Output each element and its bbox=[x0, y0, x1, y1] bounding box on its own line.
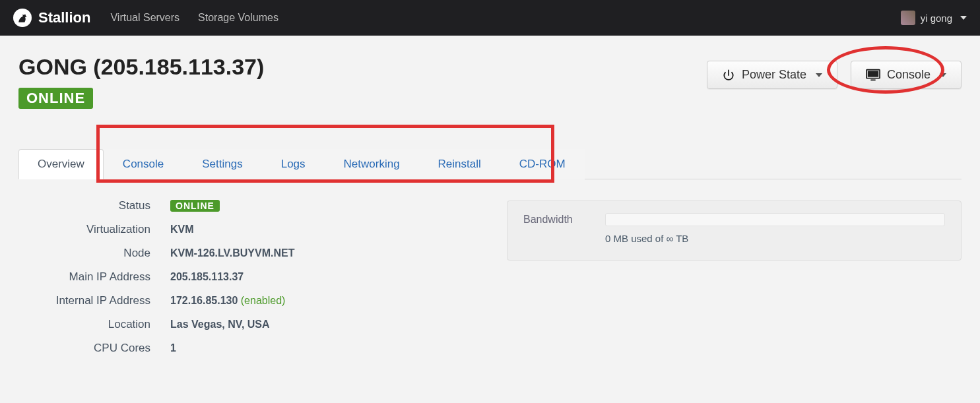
power-state-label: Power State bbox=[742, 68, 806, 82]
bandwidth-panel: Bandwidth 0 MB used of ∞ TB bbox=[507, 201, 962, 261]
detail-label-location: Location bbox=[18, 318, 150, 331]
page-title: GONG (205.185.113.37) bbox=[18, 54, 264, 80]
brand-name: Stallion bbox=[38, 9, 90, 26]
detail-value-internal-ip: 172.16.85.130 (enabled) bbox=[170, 295, 285, 307]
svg-rect-2 bbox=[870, 79, 875, 80]
bandwidth-bar bbox=[605, 213, 945, 226]
page: GONG (205.185.113.37) ONLINE Power State… bbox=[0, 36, 980, 387]
internal-ip-value: 172.16.85.130 bbox=[170, 295, 238, 306]
chevron-down-icon bbox=[816, 73, 822, 77]
monitor-icon bbox=[866, 69, 880, 82]
avatar bbox=[901, 11, 915, 25]
header-buttons: Power State Console bbox=[707, 61, 962, 89]
bandwidth-usage-text: 0 MB used of ∞ TB bbox=[605, 233, 945, 244]
navbar: Stallion Virtual Servers Storage Volumes… bbox=[0, 0, 980, 36]
brand[interactable]: Stallion bbox=[13, 9, 90, 27]
tabs: Overview Console Settings Logs Networkin… bbox=[18, 148, 962, 179]
horse-icon bbox=[13, 9, 32, 27]
chevron-down-icon bbox=[940, 73, 946, 77]
tab-reinstall[interactable]: Reinstall bbox=[419, 149, 500, 179]
nav-storage-volumes[interactable]: Storage Volumes bbox=[198, 12, 278, 24]
detail-value-main-ip: 205.185.113.37 bbox=[170, 271, 244, 283]
nav-virtual-servers[interactable]: Virtual Servers bbox=[110, 12, 180, 24]
detail-value-node: KVM-126.LV.BUYVM.NET bbox=[170, 247, 294, 259]
console-label: Console bbox=[887, 68, 931, 82]
detail-label-node: Node bbox=[18, 247, 150, 260]
tab-networking[interactable]: Networking bbox=[325, 149, 419, 179]
tab-cdrom[interactable]: CD-ROM bbox=[500, 149, 585, 179]
svg-rect-1 bbox=[868, 71, 879, 77]
chevron-down-icon bbox=[960, 16, 967, 20]
user-name: yi gong bbox=[921, 13, 952, 24]
console-button[interactable]: Console bbox=[851, 61, 962, 89]
detail-value-cpu: 1 bbox=[170, 342, 176, 354]
bandwidth-label: Bandwidth bbox=[523, 214, 589, 226]
status-badge: ONLINE bbox=[18, 88, 93, 109]
detail-value-status: ONLINE bbox=[170, 200, 220, 212]
tab-console[interactable]: Console bbox=[104, 149, 183, 179]
detail-value-location: Las Vegas, NV, USA bbox=[170, 319, 270, 330]
tab-settings[interactable]: Settings bbox=[183, 149, 261, 179]
detail-value-virtualization: KVM bbox=[170, 224, 194, 235]
tab-overview[interactable]: Overview bbox=[18, 149, 104, 179]
internal-ip-state: (enabled) bbox=[241, 295, 286, 306]
user-menu[interactable]: yi gong bbox=[901, 11, 967, 25]
tab-logs[interactable]: Logs bbox=[262, 149, 325, 179]
server-details: Status ONLINE Virtualization KVM Node KV… bbox=[18, 194, 480, 360]
power-icon bbox=[722, 69, 735, 82]
detail-label-main-ip: Main IP Address bbox=[18, 270, 150, 284]
detail-label-internal-ip: Internal IP Address bbox=[18, 294, 150, 307]
detail-label-status: Status bbox=[18, 199, 150, 212]
detail-label-virtualization: Virtualization bbox=[18, 223, 150, 236]
power-state-button[interactable]: Power State bbox=[707, 61, 837, 89]
detail-label-cpu: CPU Cores bbox=[18, 342, 150, 355]
